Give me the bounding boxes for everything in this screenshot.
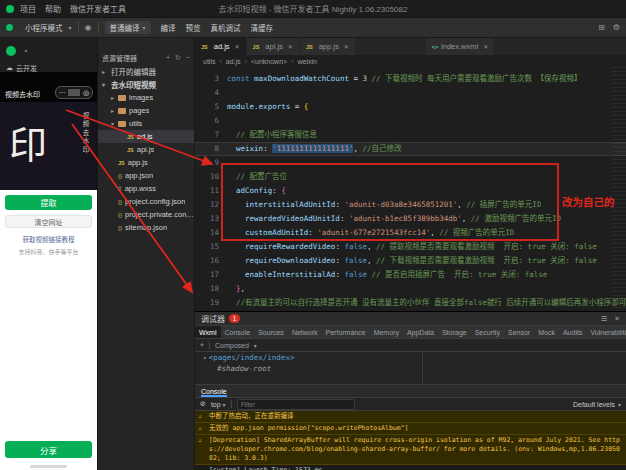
menu-icon[interactable]: ☰ xyxy=(601,315,607,323)
tutorial-link[interactable]: 获取视频链接教程 xyxy=(5,234,92,244)
code-line[interactable]: 14 customAdUnitId: 'adunit-677e2721543fc… xyxy=(195,226,626,240)
tree-item[interactable]: #app.wxss xyxy=(98,182,194,195)
devtools-tab-memory[interactable]: Memory xyxy=(370,326,403,338)
tree-item[interactable]: ▸pages xyxy=(98,104,194,117)
clear-console-icon[interactable]: ⊘ xyxy=(200,400,206,408)
console-message[interactable]: ⚠中断了热启动，正在重新编译 xyxy=(195,411,626,423)
tree-item[interactable]: JSad.js xyxy=(98,130,194,143)
console-message[interactable]: [system] Launch Time: 1573 ms xyxy=(195,465,626,470)
wxml-node[interactable]: ▾<pages/index/index> xyxy=(195,352,626,363)
toolbar-action-button[interactable]: 真机调试 xyxy=(207,22,245,33)
menu-item[interactable]: 项目 xyxy=(20,3,36,14)
close-icon[interactable]: ✕ xyxy=(235,43,240,50)
menu-item[interactable]: 微信开发者工具 xyxy=(70,3,126,14)
editor-tab[interactable]: JSapp.js✕ xyxy=(300,38,356,55)
code-editor[interactable]: 3const maxDownloadWatchCount = 3 // 下载视频… xyxy=(195,67,626,311)
toolbar-action-button[interactable]: 编译 xyxy=(157,22,180,33)
tree-item[interactable]: JSapp.js xyxy=(98,156,194,169)
mode-select[interactable]: 小程序模式 xyxy=(25,22,63,33)
code-line[interactable]: 11 adConfig: { xyxy=(195,184,626,198)
console-message[interactable]: ⚠[Deprecation] SharedArrayBuffer will re… xyxy=(195,435,626,465)
code-line[interactable]: 18 }, xyxy=(195,282,626,296)
capsule-menu[interactable]: ⋯ ◎ xyxy=(55,86,93,99)
devtools-tab-network[interactable]: Network xyxy=(288,326,322,338)
editor-tab[interactable]: JSad.js✕ xyxy=(195,38,247,55)
filter-input[interactable] xyxy=(237,399,355,410)
simulator-column: ▾ ☁ 云开发 视频去水印 ⋯ ◎ 印 视频去水印 提取 清空网址 xyxy=(0,38,98,470)
breadcrumb-segment[interactable]: <unknown> xyxy=(251,58,287,65)
clear-url-button[interactable]: 清空网址 xyxy=(5,215,92,228)
code-line[interactable]: 19 //有流量主的可以自行选择是否开通 没有流量主的小伙伴 直接全部false… xyxy=(195,296,626,310)
code-line[interactable]: 6 xyxy=(195,114,626,128)
code-line[interactable]: 9 xyxy=(195,156,626,170)
devtools-tab-performance[interactable]: Performance xyxy=(322,326,370,338)
new-file-icon[interactable]: + xyxy=(166,54,170,61)
wxml-node[interactable]: #shadow-root xyxy=(195,363,626,374)
tree-item[interactable]: {}sitemap.json xyxy=(98,221,194,234)
code-line[interactable]: 12 interstitialAdUnitId: 'adunit-d03a8e3… xyxy=(195,198,626,212)
devtools-tab-security[interactable]: Security xyxy=(471,326,504,338)
code-line[interactable]: 5module.exports = { xyxy=(195,100,626,114)
avatar[interactable] xyxy=(6,46,16,56)
code-text: }, xyxy=(227,282,245,296)
tree-item[interactable]: ▾utils xyxy=(98,117,194,130)
collapse-icon[interactable]: − xyxy=(186,54,190,61)
composed-label[interactable]: Composed xyxy=(215,342,249,349)
minimap[interactable] xyxy=(612,67,626,311)
tree-item[interactable]: {}project.private.config.json xyxy=(98,208,194,221)
devtools-tab-storage[interactable]: Storage xyxy=(438,326,471,338)
code-line[interactable]: 3const maxDownloadWatchCount = 3 // 下载视频… xyxy=(195,72,626,86)
code-line[interactable]: 8 weixin: '1111111111111111', //自己修改 xyxy=(195,142,626,156)
gear-icon[interactable]: ⚙ xyxy=(613,23,620,32)
extract-button[interactable]: 提取 xyxy=(5,195,92,210)
breadcrumb-segment[interactable]: weixin xyxy=(297,58,316,65)
devtools-tab-vulnerabilities[interactable]: Vulnerabilities xyxy=(586,326,626,338)
open-editors-row[interactable]: ▸ 打开的编辑器 xyxy=(98,65,194,78)
devtools-tab-audits[interactable]: Audits xyxy=(559,326,586,338)
devtools-tab-appdata[interactable]: AppData xyxy=(403,326,438,338)
file-name: app.json xyxy=(125,171,153,180)
devtools-tab-mock[interactable]: Mock xyxy=(534,326,559,338)
editor-tab[interactable]: JSapi.js✕ xyxy=(247,38,300,55)
levels-select[interactable]: Default levels ▾ xyxy=(573,401,621,408)
close-icon[interactable]: ✕ xyxy=(614,315,620,323)
toolbar-action-button[interactable]: 预览 xyxy=(182,22,205,33)
refresh-icon[interactable]: ↻ xyxy=(175,54,181,61)
breadcrumb-separator: › xyxy=(291,58,293,65)
console-message[interactable]: ⚠无效的 app.json permission["scope.writePho… xyxy=(195,423,626,435)
tree-item[interactable]: {}app.json xyxy=(98,169,194,182)
inspect-icon[interactable]: ⌖ xyxy=(200,341,204,349)
exit-icon[interactable]: ◎ xyxy=(80,88,92,98)
tree-item[interactable]: ▸images xyxy=(98,91,194,104)
close-icon[interactable]: ✕ xyxy=(288,43,293,50)
code-line[interactable]: 13 rewardedVideoAdUnitId: 'adunit-b1ec85… xyxy=(195,212,626,226)
code-line[interactable]: 10 // 配置广告位 xyxy=(195,170,626,184)
context-select[interactable]: top ▾ xyxy=(211,401,226,408)
compile-mode-select[interactable]: 普通编译 ▾ xyxy=(105,21,151,34)
code-line[interactable]: 16 requireDownloadVideo: false, // 下载视频是… xyxy=(195,254,626,268)
code-line[interactable]: 17 enableInterstitialAd: false // 是否启用插屏… xyxy=(195,268,626,282)
code-line[interactable]: 7 // 配置小程序客服信息 xyxy=(195,128,626,142)
console-tab[interactable]: Console xyxy=(201,385,227,397)
devtools-tab-sensor[interactable]: Sensor xyxy=(504,326,534,338)
close-icon[interactable]: ✕ xyxy=(344,43,349,50)
tree-item[interactable]: JSapi.js xyxy=(98,143,194,156)
breadcrumb-segment[interactable]: ad.js xyxy=(226,58,241,65)
devtools-tab-sources[interactable]: Sources xyxy=(254,326,288,338)
share-button[interactable]: 分享 xyxy=(5,441,92,458)
root-folder-row[interactable]: ▾ 去水印短视频 xyxy=(98,78,194,91)
devtools-tab-console[interactable]: Console xyxy=(221,326,255,338)
eye-icon[interactable]: ◉ xyxy=(85,23,92,32)
toolbar-action-button[interactable]: 清缓存 xyxy=(247,22,278,33)
code-line[interactable]: 4 xyxy=(195,86,626,100)
code-line[interactable]: 15 requireRewardedVideo: false, // 提取视频是… xyxy=(195,240,626,254)
devtools-tab-wxml[interactable]: Wxml xyxy=(195,326,221,338)
file-name: app.js xyxy=(128,158,148,167)
close-icon[interactable]: ✕ xyxy=(483,43,488,50)
editor-tab[interactable]: <>index.wxml✕ xyxy=(426,38,496,55)
tree-item[interactable]: {}project.config.json xyxy=(98,195,194,208)
more-icon[interactable]: ⋯ xyxy=(56,88,68,98)
grid-icon[interactable]: ⊞ xyxy=(598,23,605,32)
breadcrumb-segment[interactable]: utils xyxy=(203,58,215,65)
menu-item[interactable]: 帮助 xyxy=(45,3,61,14)
